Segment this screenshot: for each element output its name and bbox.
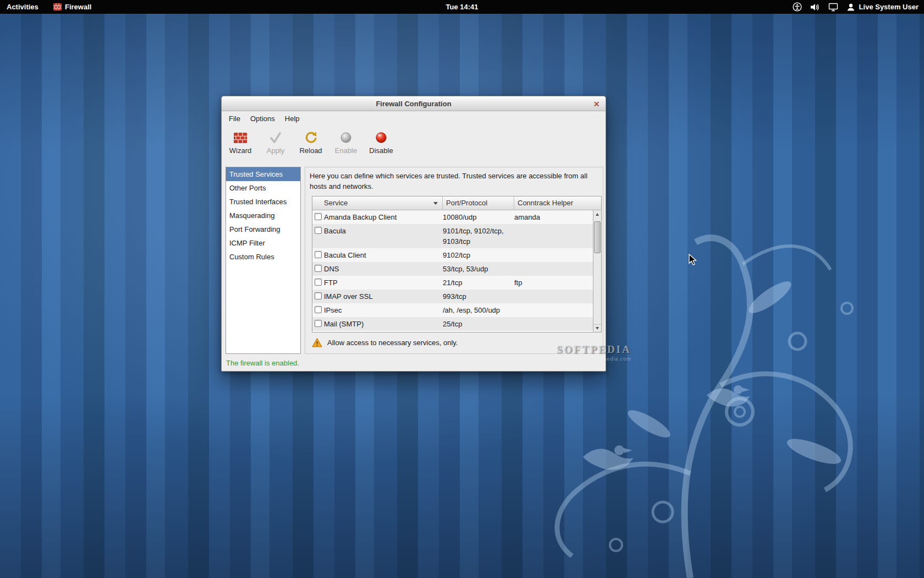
reload-button[interactable]: Reload <box>295 129 326 161</box>
service-helper: ftp <box>514 277 593 288</box>
category-sidebar: Trusted Services Other Ports Trusted Int… <box>226 167 301 354</box>
activities-button[interactable]: Activities <box>7 3 38 11</box>
wizard-button[interactable]: Wizard <box>225 129 256 161</box>
enable-orb-icon <box>340 131 352 144</box>
window-titlebar[interactable]: Firewall Configuration ✕ <box>222 96 606 111</box>
menu-file[interactable]: File <box>224 112 245 125</box>
disable-orb-icon <box>375 131 387 144</box>
firewall-brick-icon <box>53 3 62 10</box>
window-title: Firewall Configuration <box>376 100 451 108</box>
service-helper: amanda <box>514 212 593 222</box>
apply-check-icon <box>269 131 282 144</box>
service-checkbox[interactable] <box>315 292 322 299</box>
enable-label: Enable <box>335 146 357 155</box>
table-row[interactable]: Bacula Client 9102/tcp <box>312 248 593 262</box>
scroll-up-button[interactable] <box>593 210 601 218</box>
sidebar-item-custom-rules[interactable]: Custom Rules <box>226 250 300 264</box>
service-checkbox[interactable] <box>315 265 322 272</box>
toolbar: Wizard Apply Reload <box>222 126 606 161</box>
table-row[interactable]: Bacula 9101/tcp, 9102/tcp, 9103/tcp <box>312 224 593 248</box>
sort-arrow-icon <box>433 202 438 205</box>
disable-label: Disable <box>369 146 393 155</box>
service-checkbox[interactable] <box>315 213 322 220</box>
user-label: Live System User <box>859 3 919 11</box>
table-body: Amanda Backup Client 10080/udp amanda Ba… <box>312 210 593 332</box>
menu-options[interactable]: Options <box>245 112 280 125</box>
volume-icon[interactable] <box>810 3 820 12</box>
disable-button[interactable]: Disable <box>366 129 397 161</box>
apply-label: Apply <box>267 146 285 155</box>
enable-button: Enable <box>331 129 361 161</box>
service-checkbox[interactable] <box>315 279 322 286</box>
trusted-services-panel: Here you can define which services are t… <box>305 167 603 354</box>
service-port: 9101/tcp, 9102/tcp, 9103/tcp <box>443 226 514 247</box>
service-name: Bacula <box>324 226 443 236</box>
sidebar-item-trusted-services[interactable]: Trusted Services <box>226 167 300 181</box>
service-port: 21/tcp <box>443 277 514 288</box>
accessibility-icon[interactable] <box>793 2 802 12</box>
service-name: Mail (SMTP) <box>324 319 443 329</box>
desktop-stage: Activities Firewall Tue 14:41 <box>0 0 924 578</box>
service-checkbox[interactable] <box>315 320 322 327</box>
column-header-port-protocol[interactable]: Port/Protocol <box>443 197 514 210</box>
service-port: 25/tcp <box>443 319 514 329</box>
service-checkbox[interactable] <box>315 251 322 258</box>
scroll-down-button[interactable] <box>593 324 601 332</box>
display-icon[interactable] <box>828 3 838 12</box>
service-name: FTP <box>324 277 443 288</box>
panel-description: Here you can define which services are t… <box>310 171 600 192</box>
gnome-top-bar: Activities Firewall Tue 14:41 <box>0 0 924 14</box>
table-row[interactable]: Amanda Backup Client 10080/udp amanda <box>312 210 593 224</box>
sidebar-item-masquerading[interactable]: Masquerading <box>226 209 300 222</box>
table-row[interactable]: IMAP over SSL 993/tcp <box>312 290 593 303</box>
user-icon <box>846 3 855 12</box>
sidebar-item-icmp-filter[interactable]: ICMP Filter <box>226 236 300 250</box>
service-name: IMAP over SSL <box>324 291 443 302</box>
service-name: IPsec <box>324 305 443 315</box>
service-port: 993/tcp <box>443 291 514 302</box>
warning-row: Allow access to necessary services, only… <box>312 338 458 347</box>
clock[interactable]: Tue 14:41 <box>446 0 478 14</box>
table-row[interactable]: DNS 53/tcp, 53/udp <box>312 262 593 276</box>
service-checkbox[interactable] <box>315 306 322 313</box>
sidebar-item-port-forwarding[interactable]: Port Forwarding <box>226 222 300 236</box>
column-header-service[interactable]: Service <box>312 197 443 210</box>
close-button[interactable]: ✕ <box>591 99 602 109</box>
service-name: Amanda Backup Client <box>324 212 443 222</box>
services-table: Service Port/Protocol Conntrack Helper A… <box>312 196 602 332</box>
app-indicator-label: Firewall <box>65 3 91 11</box>
status-bar: The firewall is enabled. <box>222 355 606 371</box>
wizard-label: Wizard <box>229 146 251 155</box>
column-header-conntrack-helper[interactable]: Conntrack Helper <box>514 197 601 210</box>
service-port: /ah, /esp, 500/udp <box>443 305 514 315</box>
menu-help[interactable]: Help <box>280 112 305 125</box>
sidebar-item-other-ports[interactable]: Other Ports <box>226 181 300 195</box>
app-indicator-firewall[interactable]: Firewall <box>53 0 91 14</box>
menu-bar: File Options Help <box>222 111 606 126</box>
apply-button: Apply <box>260 129 291 161</box>
firewall-configuration-window: Firewall Configuration ✕ File Options He… <box>221 96 606 372</box>
table-row[interactable]: FTP 21/tcp ftp <box>312 276 593 290</box>
service-name: Bacula Client <box>324 250 443 260</box>
system-tray: Live System User <box>793 0 919 14</box>
warning-icon <box>312 338 322 347</box>
sidebar-item-trusted-interfaces[interactable]: Trusted Interfaces <box>226 195 300 209</box>
service-name: DNS <box>324 264 443 274</box>
warning-text: Allow access to necessary services, only… <box>327 339 458 347</box>
table-header-row: Service Port/Protocol Conntrack Helper <box>312 197 601 210</box>
user-menu[interactable]: Live System User <box>846 3 919 12</box>
table-row[interactable]: Mail (SMTP) 25/tcp <box>312 317 593 331</box>
reload-label: Reload <box>299 146 322 155</box>
wizard-brick-icon <box>234 131 247 144</box>
vertical-scrollbar[interactable] <box>593 210 601 332</box>
service-port: 10080/udp <box>443 212 514 222</box>
reload-arrow-icon <box>304 131 317 144</box>
table-row[interactable]: IPsec /ah, /esp, 500/udp <box>312 303 593 317</box>
scrollbar-thumb[interactable] <box>594 221 601 253</box>
service-port: 53/tcp, 53/udp <box>443 264 514 274</box>
service-checkbox[interactable] <box>315 227 322 234</box>
firewall-status-text: The firewall is enabled. <box>226 359 299 367</box>
service-port: 9102/tcp <box>443 250 514 260</box>
